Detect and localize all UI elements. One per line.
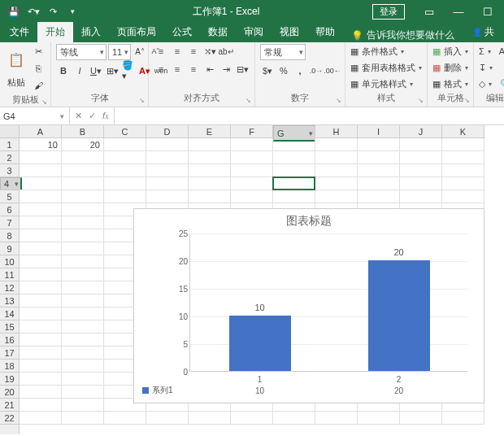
cell[interactable]	[189, 177, 231, 190]
row-header[interactable]: 22	[0, 412, 19, 425]
column-header[interactable]: F	[231, 125, 273, 138]
cell[interactable]	[62, 242, 104, 255]
cell[interactable]	[20, 190, 62, 203]
cell[interactable]	[315, 412, 358, 425]
autosum-button[interactable]: Σ▾A↓	[479, 44, 504, 59]
cut-icon[interactable]: ✂	[31, 44, 46, 59]
cell[interactable]	[315, 190, 358, 203]
tab-formulas[interactable]: 公式	[164, 22, 200, 42]
embedded-chart[interactable]: 图表标题 0510152025 1011020220 系列1	[133, 208, 484, 403]
chart-bar[interactable]: 10	[229, 316, 291, 371]
cell[interactable]	[20, 412, 62, 425]
cell[interactable]	[231, 177, 273, 190]
cell[interactable]	[358, 138, 400, 151]
column-header[interactable]: J	[400, 125, 442, 138]
number-format-select[interactable]: 常规	[260, 44, 306, 60]
row-header[interactable]: 15	[0, 320, 19, 334]
fill-button[interactable]: ↧▾	[479, 60, 493, 75]
accept-formula-icon[interactable]: ✓	[89, 111, 96, 121]
decrease-decimal-icon[interactable]: .00←	[325, 63, 340, 78]
cell[interactable]	[20, 151, 62, 164]
share-button[interactable]: 👤 共	[467, 22, 499, 42]
cell[interactable]	[189, 190, 231, 203]
login-button[interactable]: 登录	[372, 4, 405, 20]
row-header[interactable]: 11	[0, 268, 19, 281]
ribbon-options-icon[interactable]: ▭	[416, 6, 442, 18]
column-header[interactable]: D	[146, 125, 189, 138]
copy-icon[interactable]: ⎘	[31, 61, 46, 76]
chart-title[interactable]: 图表标题	[134, 209, 484, 230]
cell[interactable]	[62, 177, 104, 190]
column-header[interactable]: I	[358, 125, 400, 138]
orientation-icon[interactable]: ⤭▾	[202, 44, 217, 59]
cell[interactable]	[20, 334, 62, 347]
cell[interactable]	[273, 138, 315, 151]
cell[interactable]	[189, 412, 231, 425]
row-header[interactable]: 17	[0, 347, 19, 360]
tab-insert[interactable]: 插入	[73, 22, 109, 42]
cell[interactable]	[62, 320, 104, 334]
formula-bar[interactable]	[115, 107, 504, 124]
paste-label[interactable]: 粘贴	[7, 76, 25, 89]
row-header[interactable]: 13	[0, 294, 19, 307]
tab-review[interactable]: 审阅	[236, 22, 272, 42]
row-header[interactable]: 1	[0, 138, 19, 151]
bold-icon[interactable]: B	[56, 63, 71, 78]
cell[interactable]	[231, 164, 273, 177]
cell[interactable]	[315, 177, 358, 190]
cell[interactable]	[400, 138, 442, 151]
row-header[interactable]: 16	[0, 334, 19, 347]
cell[interactable]	[20, 320, 62, 334]
cell[interactable]	[104, 151, 146, 164]
cell[interactable]	[273, 164, 315, 177]
cell-styles-button[interactable]: ▦单元格样式▾	[350, 76, 413, 91]
cell[interactable]	[273, 151, 315, 164]
cell[interactable]	[315, 151, 358, 164]
cell[interactable]	[442, 190, 484, 203]
align-top-icon[interactable]: ≡	[154, 44, 168, 59]
cell[interactable]	[104, 412, 146, 425]
increase-indent-icon[interactable]: ⇥	[219, 62, 233, 76]
cell[interactable]	[62, 216, 104, 229]
cell[interactable]	[62, 294, 104, 307]
column-header[interactable]: K	[442, 125, 484, 138]
cell[interactable]	[442, 164, 484, 177]
cell[interactable]	[20, 347, 62, 360]
tell-me-search[interactable]: 💡 告诉我你想要做什么	[351, 28, 454, 42]
clear-button[interactable]: ◇▾🔍	[479, 76, 504, 91]
cell[interactable]	[146, 177, 189, 190]
cell[interactable]	[231, 151, 273, 164]
cell[interactable]	[358, 151, 400, 164]
redo-icon[interactable]: ↷	[46, 4, 60, 19]
cell[interactable]	[20, 229, 62, 242]
cancel-formula-icon[interactable]: ✕	[75, 111, 82, 121]
cell[interactable]	[62, 307, 104, 320]
format-as-table-button[interactable]: ▦套用表格格式▾	[350, 60, 422, 75]
chart-bar[interactable]: 20	[368, 260, 430, 371]
paste-button[interactable]: 📋	[5, 44, 28, 75]
cell[interactable]	[231, 190, 273, 203]
row-header[interactable]: 3	[0, 164, 19, 177]
cell[interactable]	[400, 177, 442, 190]
cell[interactable]: 10	[20, 138, 62, 151]
row-header[interactable]: 18	[0, 360, 19, 373]
cell[interactable]	[315, 138, 358, 151]
select-all-corner[interactable]	[0, 125, 19, 138]
cell[interactable]	[20, 373, 62, 386]
cell[interactable]	[20, 177, 62, 190]
cell[interactable]	[358, 412, 400, 425]
wrap-text-icon[interactable]: ab↵	[219, 44, 233, 59]
chart-legend[interactable]: 系列1	[142, 385, 173, 396]
cell[interactable]	[20, 268, 62, 281]
row-header[interactable]: 8	[0, 229, 19, 242]
cell[interactable]	[146, 164, 189, 177]
cell[interactable]	[62, 255, 104, 268]
cell[interactable]	[146, 138, 189, 151]
row-header[interactable]: 2	[0, 151, 19, 164]
align-center-icon[interactable]: ≡	[170, 62, 185, 76]
cell[interactable]	[62, 190, 104, 203]
tab-view[interactable]: 视图	[272, 22, 307, 42]
cell[interactable]	[104, 177, 146, 190]
cell[interactable]	[273, 412, 315, 425]
cell[interactable]	[189, 164, 231, 177]
